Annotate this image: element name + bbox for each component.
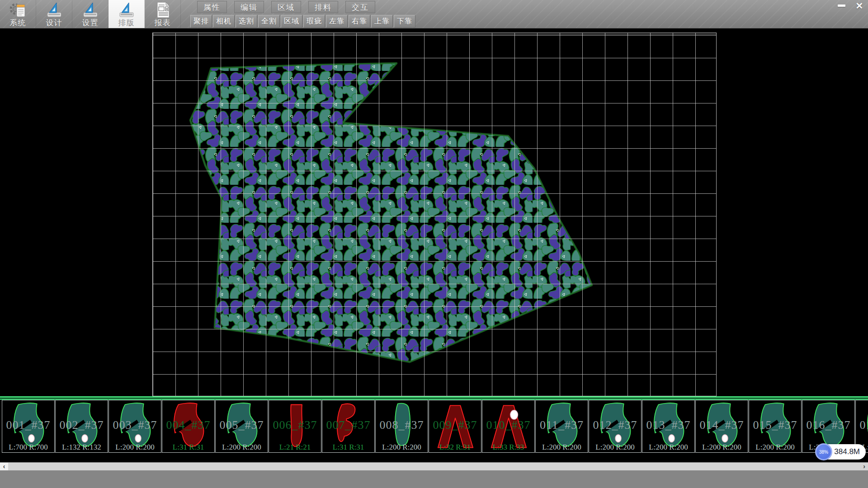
layout-icon bbox=[118, 1, 136, 19]
settings-icon bbox=[81, 1, 99, 19]
part-shape bbox=[645, 401, 693, 452]
tool-button[interactable]: 聚排 bbox=[190, 15, 212, 28]
tool-button[interactable]: 左靠 bbox=[326, 15, 348, 28]
module-label: 设计 bbox=[46, 19, 62, 27]
part-cell[interactable]: 011_#37L:200 R:200 bbox=[535, 400, 588, 453]
part-cell[interactable]: 004_#37L:31 R:31 bbox=[162, 400, 215, 453]
part-shape bbox=[218, 401, 266, 452]
part-shape bbox=[5, 401, 52, 452]
part-shape bbox=[751, 401, 799, 452]
window-controls: ✕ bbox=[835, 1, 866, 10]
part-cell[interactable]: 014_#37L:200 R:200 bbox=[695, 400, 748, 453]
part-shape bbox=[165, 401, 212, 452]
tool-button[interactable]: 区域 bbox=[281, 15, 302, 28]
part-cell[interactable]: 002_#37L:132 R:132 bbox=[55, 400, 108, 453]
progress-circle: 38% bbox=[815, 443, 832, 460]
report-icon bbox=[154, 1, 172, 19]
tool-button[interactable]: 瑕疵 bbox=[303, 15, 325, 28]
nesting-canvas[interactable] bbox=[152, 33, 717, 396]
part-cell[interactable]: 005_#37L:200 R:200 bbox=[215, 400, 268, 453]
tray-divider bbox=[0, 396, 868, 400]
minimize-button[interactable] bbox=[835, 1, 848, 10]
part-shape bbox=[271, 401, 319, 452]
menu-tabs: 属性编辑区域排料交互 bbox=[197, 1, 375, 13]
tool-button[interactable]: 全割 bbox=[258, 15, 280, 28]
scroll-right-button[interactable]: › bbox=[863, 463, 865, 470]
menu-tab[interactable]: 属性 bbox=[197, 1, 227, 13]
tool-button[interactable]: 下靠 bbox=[394, 15, 415, 28]
part-shape bbox=[58, 401, 106, 452]
tool-button[interactable]: 上靠 bbox=[371, 15, 393, 28]
menu-tab[interactable]: 交互 bbox=[345, 1, 375, 13]
menu-tab[interactable]: 编辑 bbox=[234, 1, 264, 13]
part-shape bbox=[111, 401, 159, 452]
tool-button[interactable]: 相机 bbox=[213, 15, 235, 28]
part-cell[interactable]: 012_#37L:200 R:200 bbox=[589, 400, 642, 453]
part-cell[interactable]: 013_#37L:200 R:200 bbox=[642, 400, 695, 453]
module-label: 排版 bbox=[118, 19, 135, 27]
part-cell[interactable]: 006_#37L:21 R:21 bbox=[269, 400, 321, 453]
system-icon bbox=[9, 1, 27, 19]
part-shape bbox=[485, 401, 533, 452]
part-cell[interactable]: 007_#37L:31 R:31 bbox=[322, 400, 375, 453]
status-bar bbox=[0, 470, 868, 488]
part-cell[interactable]: 009_#37L:32 R:31 bbox=[429, 400, 481, 453]
tool-button[interactable]: 选割 bbox=[236, 15, 257, 28]
part-shape bbox=[378, 401, 426, 452]
part-cell[interactable]: 008_#37L:200 R:200 bbox=[375, 400, 428, 453]
hide-nested-pieces bbox=[190, 63, 592, 362]
part-shape bbox=[698, 401, 746, 452]
module-button-layout[interactable]: 排版 bbox=[108, 0, 145, 28]
part-shape bbox=[538, 401, 586, 452]
parts-tray: 001_#37L:700 R:700002_#37L:132 R:132003_… bbox=[0, 396, 868, 454]
menu-tab[interactable]: 区域 bbox=[271, 1, 301, 13]
leather-hide[interactable] bbox=[153, 33, 716, 396]
part-cells: 001_#37L:700 R:700002_#37L:132 R:132003_… bbox=[2, 400, 868, 454]
part-cell[interactable]: 015_#37L:200 R:200 bbox=[749, 400, 802, 453]
horizontal-scrollbar[interactable]: ‹ › bbox=[0, 462, 868, 470]
memory-status-badge[interactable]: 384.8M 38% bbox=[815, 443, 868, 460]
part-shape bbox=[431, 401, 479, 452]
nesting-app-window: { "window": { "controls": [ {"name": "mi… bbox=[0, 0, 868, 488]
part-shape bbox=[325, 401, 373, 452]
tool-buttons: 聚排相机选割全割区域瑕疵左靠右靠上靠下靠 bbox=[190, 15, 415, 28]
close-button[interactable]: ✕ bbox=[853, 1, 866, 10]
module-buttons: 系统设计设置排版报表 bbox=[0, 0, 181, 28]
module-button-design[interactable]: 设计 bbox=[36, 0, 72, 28]
part-shape bbox=[591, 401, 639, 452]
module-label: 系统 bbox=[10, 19, 26, 27]
menu-tab[interactable]: 排料 bbox=[308, 1, 338, 13]
module-button-report[interactable]: 报表 bbox=[145, 0, 181, 28]
module-button-system[interactable]: 系统 bbox=[0, 0, 36, 28]
design-icon bbox=[45, 1, 63, 19]
part-cell[interactable]: 010_#37L:33 R:33 bbox=[482, 400, 535, 453]
tool-button[interactable]: 右靠 bbox=[349, 15, 370, 28]
minimize-icon bbox=[838, 5, 845, 7]
scroll-left-button[interactable]: ‹ bbox=[0, 463, 8, 470]
part-cell[interactable]: 001_#37L:700 R:700 bbox=[2, 400, 55, 453]
part-cell[interactable]: 003_#37L:200 R:200 bbox=[108, 400, 161, 453]
workspace bbox=[0, 28, 868, 396]
module-label: 报表 bbox=[155, 19, 171, 27]
module-label: 设置 bbox=[82, 19, 99, 27]
module-button-settings[interactable]: 设置 bbox=[72, 0, 108, 28]
ribbon-bar: 系统设计设置排版报表 属性编辑区域排料交互 聚排相机选割全割区域瑕疵左靠右靠上靠… bbox=[0, 0, 868, 28]
